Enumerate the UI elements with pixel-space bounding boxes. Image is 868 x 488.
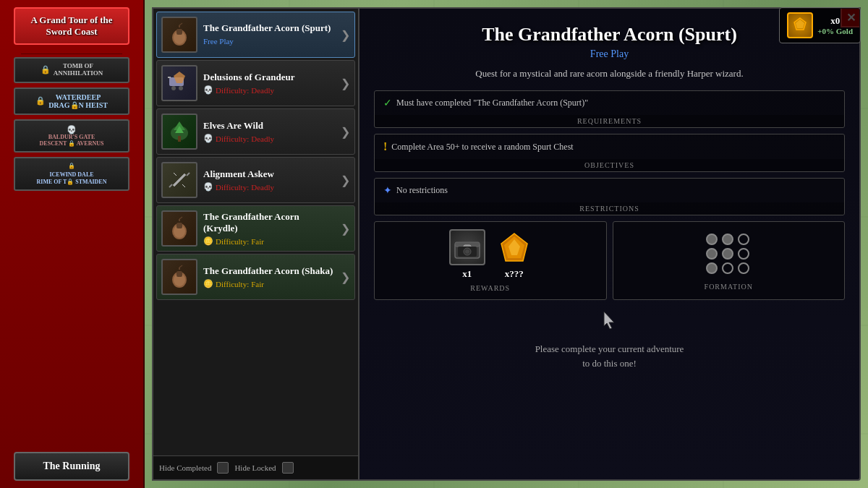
quest-item-alignment[interactable]: Alignment Askew 💀 Difficulty: Deadly ❯: [156, 157, 355, 203]
rewards-box: x1 x??? REWARDS: [374, 221, 607, 300]
detail-play-type: Free Play: [374, 48, 845, 60]
svg-point-19: [171, 86, 176, 90]
quest-difficulty-elves: 💀 Difficulty: Deadly: [203, 134, 335, 143]
svg-line-17: [179, 23, 182, 25]
objectives-content: ! Complete Area 50+ to receive a random …: [375, 134, 844, 159]
svg-rect-15: [176, 29, 182, 35]
objectives-text: Complete Area 50+ to receive a random Sp…: [391, 142, 573, 153]
waterdeep-lock-icon: 🔒: [35, 96, 46, 106]
cursor-area: [374, 310, 845, 335]
difficulty-label-shaka: Difficulty:: [216, 280, 249, 288]
warning-icon: !: [383, 140, 387, 153]
hide-locked-label: Hide Locked: [234, 463, 276, 472]
star-icon: ✦: [383, 184, 392, 197]
tomb-lock-icon: 🔒: [41, 65, 51, 74]
quest-info-grandfather-spurt: The Grandfather Acorn (Spurt) Free Play: [203, 22, 335, 47]
sidebar-running-button[interactable]: The Running: [14, 452, 129, 481]
formation-grid: [702, 229, 755, 278]
sidebar-campaign-waterdeep[interactable]: 🔒 WATERDEEPDRAG🔒N HEIST: [14, 87, 129, 115]
sidebar-divider-1: [21, 53, 122, 54]
svg-line-30: [174, 174, 185, 186]
requirements-label: REQUIREMENTS: [375, 115, 844, 127]
gem-container: [497, 231, 532, 265]
quest-item-grandfather-spurt[interactable]: The Grandfather Acorn (Spurt) Free Play …: [156, 12, 355, 58]
formation-circle-1: [706, 234, 718, 245]
reward-count-gem: x???: [505, 268, 524, 280]
gold-count-display: x0 +0% Gold: [817, 15, 853, 35]
baldurs-label: BALDUR'S GATEDESCENT 🔒 AVERNUS: [40, 134, 104, 147]
svg-rect-35: [176, 223, 182, 228]
quest-info-grandfather-shaka: The Grandfather Acorn (Shaka) 🪙 Difficul…: [203, 265, 335, 289]
quest-item-delusions[interactable]: Delusions of Grandeur 💀 Difficulty: Dead…: [156, 60, 355, 106]
quest-arrow-delusions: ❯: [341, 77, 350, 90]
quest-item-elves[interactable]: Elves Are Wild 💀 Difficulty: Deadly ❯: [156, 108, 355, 155]
quest-arrow-krydle: ❯: [341, 222, 350, 236]
icewind-content: 🔒 ICEWIND DALERIME OF T🔒 STMAIDEN: [37, 163, 107, 185]
quest-item-grandfather-krydle[interactable]: The Grandfather Acorn (Krydle) 🪙 Difficu…: [156, 205, 355, 252]
svg-point-20: [179, 86, 183, 90]
sidebar-campaign-icewind[interactable]: 🔒 ICEWIND DALERIME OF T🔒 STMAIDEN: [14, 157, 129, 191]
coin-icon-krydle: 🪙: [203, 236, 213, 246]
quest-detail-panel: ✕ The Grandfather Acorn (Spurt) Free Pla…: [358, 7, 861, 481]
quest-info-delusions: Delusions of Grandeur 💀 Difficulty: Dead…: [203, 72, 335, 95]
restrictions-label: RESTRICTIONS: [375, 202, 844, 215]
coin-icon-shaka: 🪙: [203, 279, 213, 288]
quest-arrow-alignment: ❯: [341, 174, 350, 187]
hide-completed-checkbox[interactable]: [217, 462, 229, 474]
hide-locked-checkbox[interactable]: [282, 462, 294, 474]
detail-description: Quest for a mystical and rare acorn alon…: [374, 67, 845, 80]
check-icon: ✓: [383, 97, 392, 109]
skull-icon-elves: 💀: [203, 134, 213, 143]
objectives-label: OBJECTIVES: [375, 159, 844, 171]
svg-line-32: [182, 184, 185, 187]
tomb-label: TOMB OFANNIHILATION: [54, 63, 103, 77]
quest-info-grandfather-krydle: The Grandfather Acorn (Krydle) 🪙 Difficu…: [203, 211, 335, 246]
formation-box: FORMATION: [613, 221, 846, 300]
quest-icon-swords: [161, 162, 197, 198]
reward-item-chest: x1: [449, 229, 485, 280]
quest-play-type-spurt: Free Play: [203, 37, 335, 46]
quest-icon-green: [161, 114, 197, 150]
quest-difficulty-delusions: 💀 Difficulty: Deadly: [203, 85, 335, 95]
reward-items: x1 x???: [449, 229, 532, 280]
requirements-text: Must have completed "The Grandfather Aco…: [396, 98, 588, 108]
formation-circle-2: [722, 234, 733, 245]
reward-item-gem: x???: [497, 231, 532, 280]
difficulty-label-delusions: Difficulty:: [216, 86, 249, 95]
sidebar-campaign-tomb[interactable]: 🔒 TOMB OFANNIHILATION: [14, 57, 129, 83]
formation-circle-5: [722, 248, 733, 260]
quest-icon-acorn-shaka: [161, 259, 197, 295]
quest-name-alignment: Alignment Askew: [203, 168, 335, 180]
skull-icon-alignment: 💀: [203, 182, 213, 192]
objectives-section: ! Complete Area 50+ to receive a random …: [374, 134, 845, 172]
sidebar: A Grand Tour of the Sword Coast 🔒 TOMB O…: [0, 0, 145, 488]
svg-line-42: [179, 265, 182, 267]
gold-icon: [787, 12, 813, 38]
quest-item-grandfather-shaka[interactable]: The Grandfather Acorn (Shaka) 🪙 Difficul…: [156, 254, 355, 300]
waterdeep-label: WATERDEEPDRAG🔒N HEIST: [48, 93, 108, 109]
rewards-formation-row: x1 x??? REWARDS: [374, 221, 845, 300]
icewind-label: ICEWIND DALERIME OF T🔒 STMAIDEN: [37, 171, 107, 185]
reward-count-chest: x1: [462, 268, 472, 280]
chest-icon: [449, 229, 485, 265]
formation-circle-3: [738, 234, 749, 245]
sidebar-adventure-button[interactable]: A Grand Tour of the Sword Coast: [14, 7, 129, 45]
quest-icon-acorn-krydle: [161, 210, 197, 247]
quest-list-panel: The Grandfather Acorn (Spurt) Free Play …: [152, 7, 358, 481]
sidebar-campaign-baldurs[interactable]: 💀 BALDUR'S GATEDESCENT 🔒 AVERNUS: [14, 119, 129, 153]
svg-line-28: [169, 184, 172, 187]
quest-list-scroll[interactable]: The Grandfather Acorn (Spurt) Free Play …: [153, 9, 358, 455]
formation-label: FORMATION: [705, 283, 753, 291]
quest-icon-acorn-spurt: [161, 17, 197, 53]
quest-list-footer: Hide Completed Hide Locked: [153, 455, 358, 479]
requirements-content: ✓ Must have completed "The Grandfather A…: [375, 91, 844, 115]
formation-circle-9: [738, 262, 749, 274]
quest-name-elves: Elves Are Wild: [203, 120, 335, 132]
svg-marker-53: [604, 312, 614, 329]
quest-name-grandfather-spurt: The Grandfather Acorn (Spurt): [203, 22, 335, 34]
quest-info-alignment: Alignment Askew 💀 Difficulty: Deadly: [203, 168, 335, 192]
quest-name-grandfather-krydle: The Grandfather Acorn (Krydle): [203, 211, 335, 234]
quest-name-delusions: Delusions of Grandeur: [203, 72, 335, 83]
svg-rect-40: [176, 271, 182, 277]
baldurs-content: 💀 BALDUR'S GATEDESCENT 🔒 AVERNUS: [40, 125, 104, 147]
